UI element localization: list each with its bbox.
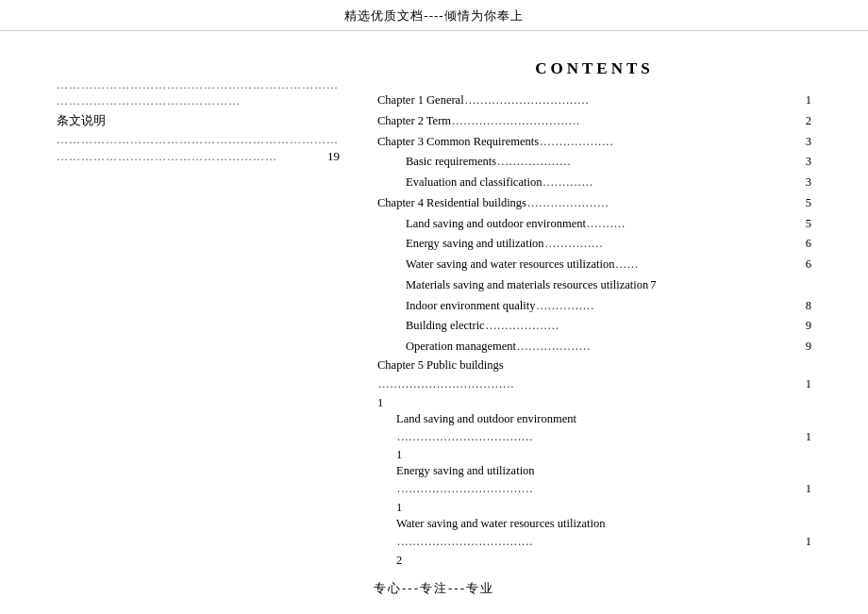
toc-building-electric-page: 9 <box>806 317 811 335</box>
toc-chapter5-dots: ................................... <box>377 375 804 393</box>
toc-chapter4: Chapter 4 Residential buildings ........… <box>377 194 811 212</box>
toc-energy-saving-page: 6 <box>806 235 811 253</box>
toc-ch5-land-dots: ................................... <box>396 428 804 446</box>
toc-chapter1-label: Chapter 1 General <box>377 91 464 109</box>
toc-chapter3-dots: ................... <box>539 133 804 151</box>
toc-ch5-water-dots: ................................... <box>396 533 804 551</box>
toc-operation-mgmt-label: Operation management <box>406 338 516 356</box>
toc-basic-req: Basic requirements ................... 3 <box>377 153 811 171</box>
toc-land-saving-page: 5 <box>806 215 811 233</box>
toc-eval-class-label: Evaluation and classification <box>406 174 542 191</box>
toc-indoor-env-dots: ............... <box>535 297 803 315</box>
toc-ch5-land-label: Land saving and outdoor environment <box>377 412 811 426</box>
toc-chapter5-page2: 1 <box>377 396 811 410</box>
toc-eval-class: Evaluation and classification ..........… <box>377 174 811 191</box>
toc-operation-mgmt-dots: ................... <box>516 338 804 356</box>
toc-materials-saving-label: Materials saving and materials resources… <box>406 276 648 294</box>
toc-building-electric-label: Building electric <box>406 317 485 335</box>
left-dots-3: …………………………………………………………………… <box>57 133 340 147</box>
toc-basic-req-label: Basic requirements <box>406 153 496 171</box>
left-dots-1: …………………………………………………………………… <box>57 78 340 92</box>
toc-chapter2-page: 2 <box>806 112 811 130</box>
toc-operation-mgmt-page: 9 <box>806 338 811 356</box>
toc-eval-class-page: 3 <box>806 174 811 191</box>
header-text: 精选优质文档----倾情为你奉上 <box>344 8 523 23</box>
toc-ch5-energy-dots-row: ................................... 1 <box>377 480 811 498</box>
toc-chapter5-header: Chapter 5 Public buildings <box>377 358 811 373</box>
toc-ch5-water-page2: 2 <box>377 554 811 568</box>
toc-chapter5-page: 1 <box>806 375 811 393</box>
left-section-title: 条文说明 <box>57 112 340 129</box>
toc-materials-saving: Materials saving and materials resources… <box>377 276 811 294</box>
left-column: …………………………………………………………………… …………………………………… <box>57 50 340 568</box>
right-column: CONTENTS Chapter 1 General .............… <box>377 50 811 568</box>
left-page-num: 19 <box>327 149 340 164</box>
toc-ch5-land-dots-row: ................................... 1 <box>377 428 811 446</box>
toc-energy-saving-dots: ............... <box>544 235 804 253</box>
toc-indoor-env-label: Indoor environment quality <box>406 297 535 315</box>
toc-chapter3: Chapter 3 Common Requirements ..........… <box>377 133 811 151</box>
toc-energy-saving-label: Energy saving and utilization <box>406 235 544 253</box>
toc-land-saving: Land saving and outdoor environment ....… <box>377 215 811 233</box>
toc-chapter2-dots: ................................. <box>451 112 804 130</box>
toc-land-saving-dots: .......... <box>586 215 804 233</box>
toc-ch5-water-label: Water saving and water resources utiliza… <box>377 517 811 531</box>
toc-ch5-energy-label: Energy saving and utilization <box>377 464 811 478</box>
toc-operation-mgmt: Operation management ...................… <box>377 338 811 356</box>
toc-chapter1-page: 1 <box>806 91 811 109</box>
toc-chapter3-page: 3 <box>806 133 811 151</box>
toc-ch5-energy-page2: 1 <box>377 501 811 515</box>
toc-building-electric-dots: ................... <box>485 317 804 335</box>
toc-materials-saving-page: 7 <box>650 276 656 294</box>
toc-water-saving-dots: ...... <box>614 256 803 274</box>
toc-chapter2: Chapter 2 Term .........................… <box>377 112 811 130</box>
toc-indoor-env: Indoor environment quality .............… <box>377 297 811 315</box>
toc-basic-req-dots: ................... <box>496 153 804 171</box>
page-header: 精选优质文档----倾情为你奉上 <box>0 0 868 31</box>
toc-ch5-water-page: 1 <box>806 533 811 551</box>
toc-ch5-land-page: 1 <box>806 428 811 446</box>
toc-basic-req-page: 3 <box>806 153 811 171</box>
page-footer: 专心---专注---专业 <box>0 580 868 597</box>
toc-chapter4-label: Chapter 4 Residential buildings <box>377 194 526 212</box>
footer-text: 专心---专注---专业 <box>374 581 494 595</box>
toc-eval-class-dots: ............. <box>542 174 803 191</box>
toc-land-saving-label: Land saving and outdoor environment <box>406 215 586 233</box>
toc-water-saving-page: 6 <box>806 256 811 274</box>
toc-ch5-land-page2: 1 <box>377 448 811 462</box>
toc-chapter4-dots: ..................... <box>526 194 804 212</box>
toc-chapter5-label: Chapter 5 Public buildings <box>377 358 504 372</box>
toc-water-saving: Water saving and water resources utiliza… <box>377 256 811 274</box>
toc-ch5-energy-page: 1 <box>806 480 811 498</box>
toc-chapter3-label: Chapter 3 Common Requirements <box>377 133 539 151</box>
left-dots-4: ……………………………………………… <box>57 150 277 164</box>
toc-indoor-env-page: 8 <box>806 297 811 315</box>
toc-chapter1: Chapter 1 General ......................… <box>377 91 811 109</box>
toc-chapter4-page: 5 <box>806 194 811 212</box>
toc-building-electric: Building electric ................... 9 <box>377 317 811 335</box>
toc-water-saving-label: Water saving and water resources utiliza… <box>406 256 614 274</box>
toc-ch5-energy-dots: ................................... <box>396 480 804 498</box>
toc-chapter1-dots: ................................ <box>464 91 804 109</box>
toc-ch5-water-dots-row: ................................... 1 <box>377 533 811 551</box>
toc-chapter5-dots-row: ................................... 1 <box>377 375 811 393</box>
contents-title: CONTENTS <box>377 59 811 78</box>
left-dots-2: ……………………………………… <box>57 94 340 108</box>
toc-energy-saving: Energy saving and utilization ..........… <box>377 235 811 253</box>
left-page-row: ……………………………………………… 19 <box>57 149 340 164</box>
toc-chapter2-label: Chapter 2 Term <box>377 112 451 130</box>
